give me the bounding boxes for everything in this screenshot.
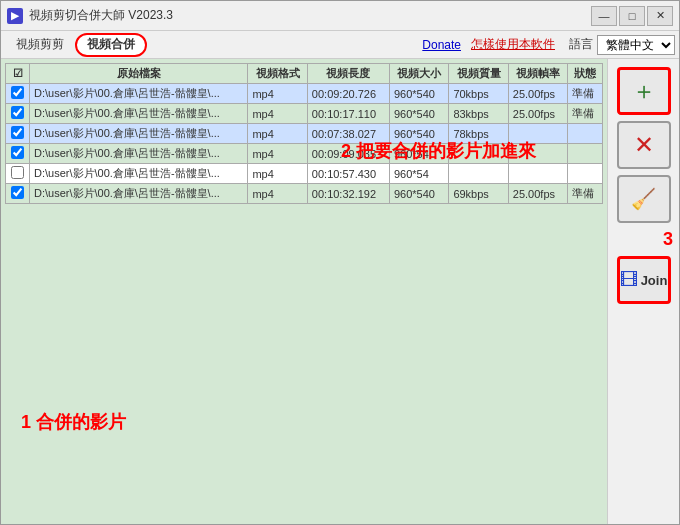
- menu-bar: 視頻剪剪 視頻合併 Donate 怎樣使用本軟件 語言 繁體中文: [1, 31, 679, 59]
- table-cell: [449, 164, 508, 184]
- col-status: 狀態: [568, 64, 603, 84]
- remove-icon: ✕: [634, 131, 654, 159]
- table-cell: 70kbps: [449, 84, 508, 104]
- table-cell: [568, 164, 603, 184]
- table-area: ☑ 原始檔案 視頻格式 視頻長度 視頻大小 視頻質量 視頻幀率 狀態 D:\us…: [1, 59, 607, 524]
- row-checkbox[interactable]: [11, 86, 24, 99]
- table-cell: 準備: [568, 84, 603, 104]
- close-button[interactable]: ✕: [647, 6, 673, 26]
- table-cell: 25.00fps: [508, 104, 567, 124]
- table-cell: [568, 124, 603, 144]
- table-cell: 25.00fps: [508, 184, 567, 204]
- row-checkbox[interactable]: [11, 146, 24, 159]
- broom-icon: 🧹: [631, 187, 656, 211]
- col-format: 視頻格式: [248, 64, 307, 84]
- tab-video-cut[interactable]: 視頻剪剪: [5, 33, 75, 57]
- remove-file-button[interactable]: ✕: [617, 121, 671, 169]
- lang-select[interactable]: 繁體中文: [597, 35, 675, 55]
- table-cell: 69kbps: [449, 184, 508, 204]
- table-cell: mp4: [248, 184, 307, 204]
- table-cell: mp4: [248, 84, 307, 104]
- table-row: D:\user\影片\00.倉庫\呂世浩-骷髏皇\...mp400:10:57.…: [6, 164, 603, 184]
- title-bar: ▶ 視頻剪切合併大師 V2023.3 — □ ✕: [1, 1, 679, 31]
- app-icon: ▶: [7, 8, 23, 24]
- row-checkbox[interactable]: [11, 166, 24, 179]
- table-cell: D:\user\影片\00.倉庫\呂世浩-骷髏皇\...: [30, 164, 248, 184]
- plus-icon: ＋: [632, 75, 656, 107]
- table-cell: 83kbps: [449, 104, 508, 124]
- table-cell: mp4: [248, 164, 307, 184]
- table-cell: 準備: [568, 104, 603, 124]
- table-cell: D:\user\影片\00.倉庫\呂世浩-骷髏皇\...: [30, 144, 248, 164]
- table-cell: 960*54: [389, 164, 448, 184]
- table-cell: [568, 144, 603, 164]
- table-cell: 960*540: [389, 184, 448, 204]
- row-checkbox[interactable]: [11, 186, 24, 199]
- annotation-label-1: 1 合併的影片: [21, 410, 126, 434]
- table-cell: mp4: [248, 124, 307, 144]
- minimize-button[interactable]: —: [591, 6, 617, 26]
- file-table: ☑ 原始檔案 視頻格式 視頻長度 視頻大小 視頻質量 視頻幀率 狀態 D:\us…: [5, 63, 603, 204]
- add-file-button[interactable]: ＋: [617, 67, 671, 115]
- help-link[interactable]: 怎樣使用本軟件: [471, 36, 555, 53]
- col-file: 原始檔案: [30, 64, 248, 84]
- table-cell: D:\user\影片\00.倉庫\呂世浩-骷髏皇\...: [30, 84, 248, 104]
- join-label: Join: [641, 273, 668, 288]
- table-cell: mp4: [248, 104, 307, 124]
- annotation-label-2: 2 把要合併的影片加進來: [341, 139, 536, 163]
- table-row: D:\user\影片\00.倉庫\呂世浩-骷髏皇\...mp400:10:17.…: [6, 104, 603, 124]
- tab-video-merge[interactable]: 視頻合併: [75, 33, 147, 57]
- col-fps: 視頻幀率: [508, 64, 567, 84]
- col-check: ☑: [6, 64, 30, 84]
- table-row: D:\user\影片\00.倉庫\呂世浩-骷髏皇\...mp400:09:20.…: [6, 84, 603, 104]
- col-quality: 視頻質量: [449, 64, 508, 84]
- table-cell: 960*540: [389, 104, 448, 124]
- window-controls: — □ ✕: [591, 6, 673, 26]
- maximize-button[interactable]: □: [619, 6, 645, 26]
- main-content: ☑ 原始檔案 視頻格式 視頻長度 視頻大小 視頻質量 視頻幀率 狀態 D:\us…: [1, 59, 679, 524]
- lang-label: 語言: [569, 36, 593, 53]
- table-cell: mp4: [248, 144, 307, 164]
- annotation-label-3: 3: [663, 229, 673, 250]
- table-cell: D:\user\影片\00.倉庫\呂世浩-骷髏皇\...: [30, 184, 248, 204]
- right-sidebar: ＋ ✕ 🧹 3 🎞 Join: [607, 59, 679, 524]
- row-checkbox[interactable]: [11, 106, 24, 119]
- table-cell: 25.00fps: [508, 84, 567, 104]
- table-cell: 00:10:57.430: [307, 164, 389, 184]
- table-cell: 00:10:32.192: [307, 184, 389, 204]
- table-cell: D:\user\影片\00.倉庫\呂世浩-骷髏皇\...: [30, 124, 248, 144]
- film-icon: 🎞: [620, 270, 638, 291]
- table-cell: 00:10:17.110: [307, 104, 389, 124]
- main-window: ▶ 視頻剪切合併大師 V2023.3 — □ ✕ 視頻剪剪 視頻合併 Donat…: [0, 0, 680, 525]
- app-title: 視頻剪切合併大師 V2023.3: [29, 7, 591, 24]
- row-checkbox[interactable]: [11, 126, 24, 139]
- table-cell: [508, 164, 567, 184]
- col-size: 視頻大小: [389, 64, 448, 84]
- clear-files-button[interactable]: 🧹: [617, 175, 671, 223]
- table-cell: D:\user\影片\00.倉庫\呂世浩-骷髏皇\...: [30, 104, 248, 124]
- table-cell: 準備: [568, 184, 603, 204]
- table-cell: 00:09:20.726: [307, 84, 389, 104]
- table-row: D:\user\影片\00.倉庫\呂世浩-骷髏皇\...mp400:10:32.…: [6, 184, 603, 204]
- col-duration: 視頻長度: [307, 64, 389, 84]
- donate-link[interactable]: Donate: [422, 38, 461, 52]
- table-cell: 960*540: [389, 84, 448, 104]
- join-button[interactable]: 🎞 Join: [617, 256, 671, 304]
